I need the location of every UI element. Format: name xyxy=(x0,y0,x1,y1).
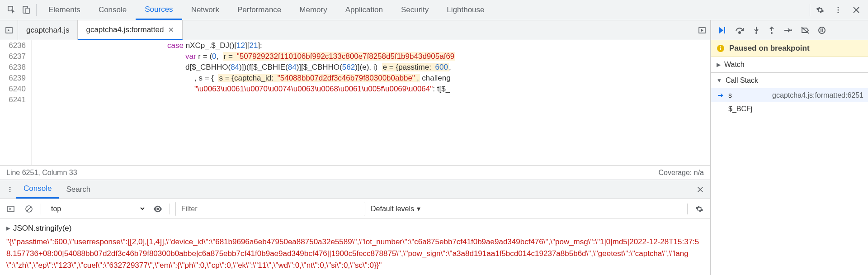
tab-elements[interactable]: Elements xyxy=(39,0,90,20)
svg-point-4 xyxy=(838,9,839,11)
clear-console-icon[interactable] xyxy=(23,204,35,213)
tab-console[interactable]: Console xyxy=(90,0,136,20)
inspect-element-icon[interactable] xyxy=(5,3,19,17)
live-expression-icon[interactable] xyxy=(151,204,164,214)
svg-point-5 xyxy=(838,12,839,13)
debugger-panel: Paused on breakpoint ▶Watch ▼Call Stack … xyxy=(711,20,868,275)
cursor-position: Line 6251, Column 33 xyxy=(6,169,77,177)
stack-frame[interactable]: $_BCFj xyxy=(711,102,868,116)
svg-point-18 xyxy=(790,29,792,31)
tab-memory[interactable]: Memory xyxy=(290,0,336,20)
console-sidebar-toggle-icon[interactable] xyxy=(5,205,17,213)
svg-point-8 xyxy=(9,187,11,188)
svg-rect-23 xyxy=(720,47,721,50)
tab-performance[interactable]: Performance xyxy=(228,0,290,20)
debugger-toolbar xyxy=(711,20,868,40)
call-stack-section: ▼Call Stack ➔sgcaptcha4.js:formatted:625… xyxy=(711,73,868,116)
watch-section[interactable]: ▶Watch xyxy=(711,57,868,73)
svg-point-9 xyxy=(9,189,11,190)
line-number[interactable]: 6237 xyxy=(0,51,26,62)
svg-rect-14 xyxy=(724,27,725,33)
devtools-tab-bar: ElementsConsoleSourcesNetworkPerformance… xyxy=(0,0,868,20)
svg-point-3 xyxy=(838,7,839,8)
line-number[interactable]: 6241 xyxy=(0,95,26,105)
step-out-icon[interactable] xyxy=(768,26,775,35)
console-result: "{\"passtime\":600,\"userresponse\":[[2,… xyxy=(6,236,704,271)
info-icon xyxy=(717,44,725,52)
navigator-toggle-icon[interactable] xyxy=(0,20,18,40)
tab-security[interactable]: Security xyxy=(392,0,438,20)
source-tab[interactable]: gcaptcha4.js:formatted✕ xyxy=(78,20,183,40)
drawer-tabs: ConsoleSearch xyxy=(0,180,710,199)
svg-point-17 xyxy=(771,32,773,34)
chevron-down-icon: ▼ xyxy=(717,77,722,84)
log-level-select[interactable]: Default levels▾ xyxy=(371,204,420,213)
editor-status-bar: Line 6251, Column 33 Coverage: n/a xyxy=(0,165,710,180)
step-into-icon[interactable] xyxy=(753,26,760,35)
close-drawer-icon[interactable] xyxy=(694,186,707,193)
settings-icon[interactable] xyxy=(813,3,827,17)
deactivate-breakpoints-icon[interactable] xyxy=(801,26,810,34)
console-settings-icon[interactable] xyxy=(693,205,706,213)
source-file-tabs: gcaptcha4.jsgcaptcha4.js:formatted✕ xyxy=(0,20,710,40)
chevron-right-icon: ▶ xyxy=(717,62,721,68)
step-over-icon[interactable] xyxy=(735,26,745,35)
drawer-tab-search[interactable]: Search xyxy=(59,180,98,199)
drawer-menu-icon[interactable] xyxy=(4,186,16,193)
close-icon[interactable]: ✕ xyxy=(168,26,174,34)
current-frame-icon: ➔ xyxy=(717,91,724,100)
console-output[interactable]: ▸JSON.stringify(e) "{\"passtime\":600,\"… xyxy=(0,219,710,275)
resume-icon[interactable] xyxy=(717,26,726,35)
svg-rect-21 xyxy=(822,28,823,32)
svg-point-15 xyxy=(739,32,741,33)
svg-point-16 xyxy=(755,32,757,34)
coverage-status: Coverage: n/a xyxy=(658,169,704,177)
code-editor[interactable]: 623662376238623962406241 case nXCp_.$_DJ… xyxy=(0,40,710,165)
stack-frame[interactable]: ➔sgcaptcha4.js:formatted:6251 xyxy=(711,88,868,102)
pause-on-exceptions-icon[interactable] xyxy=(818,26,826,34)
tab-application[interactable]: Application xyxy=(336,0,392,20)
svg-point-13 xyxy=(156,208,159,210)
device-toolbar-icon[interactable] xyxy=(19,3,33,17)
svg-point-19 xyxy=(819,27,825,33)
svg-point-24 xyxy=(720,46,721,47)
more-menu-icon[interactable] xyxy=(831,3,845,17)
line-number[interactable]: 6239 xyxy=(0,73,26,84)
line-number[interactable]: 6236 xyxy=(0,40,26,51)
step-icon[interactable] xyxy=(783,27,793,34)
tab-sources[interactable]: Sources xyxy=(136,0,182,20)
line-number[interactable]: 6240 xyxy=(0,84,26,95)
execution-context-select[interactable]: top xyxy=(47,203,146,215)
tab-lighthouse[interactable]: Lighthouse xyxy=(438,0,493,20)
svg-point-10 xyxy=(9,191,11,192)
line-number[interactable]: 6238 xyxy=(0,62,26,73)
tab-network[interactable]: Network xyxy=(182,0,228,20)
close-devtools-icon[interactable] xyxy=(849,3,863,17)
run-snippet-icon[interactable] xyxy=(694,26,710,34)
drawer-tab-console[interactable]: Console xyxy=(16,180,59,199)
expand-icon[interactable]: ▸ xyxy=(6,224,10,232)
svg-rect-2 xyxy=(26,8,29,14)
console-toolbar: top Default levels▾ xyxy=(0,199,710,219)
console-filter-input[interactable] xyxy=(175,202,365,216)
source-tab[interactable]: gcaptcha4.js xyxy=(18,20,78,40)
svg-rect-20 xyxy=(821,28,821,32)
paused-banner: Paused on breakpoint xyxy=(711,40,868,57)
console-command: JSON.stringify(e) xyxy=(13,224,71,232)
